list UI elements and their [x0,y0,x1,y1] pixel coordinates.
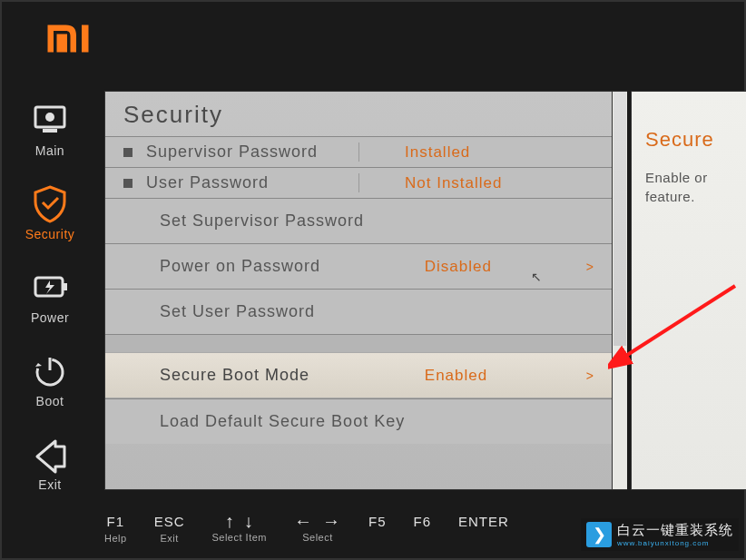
battery-icon [30,267,70,307]
row-spacer [105,334,612,352]
sidebar-item-exit[interactable]: Exit [30,434,70,492]
label-power-on-password: Power on Password [160,257,425,276]
exit-icon [30,434,70,474]
sidebar-item-power[interactable]: Power [30,267,70,325]
sidebar-label-main: Main [35,143,64,158]
sidebar-item-boot[interactable]: Boot [30,350,70,408]
arrow-down-icon: ↓ [244,514,254,528]
settings-panel: Security Supervisor Password Installed U… [104,91,613,490]
label-set-supervisor-password: Set Supervisor Password [160,211,594,231]
help-panel: Secure Enable or feature. [631,91,746,490]
arrow-up-icon: ↑ [225,514,235,528]
bullet-icon [123,179,133,188]
hint-help: F1 Help [104,514,127,544]
bullet-icon [123,148,133,157]
scrollbar[interactable] [613,91,627,490]
hint-exit: ESC Exit [154,514,185,544]
label-load-default-sbk: Load Default Secure Boot Key [160,412,594,431]
value-user-password: Not Installed [405,174,541,192]
chevron-right-icon: > [586,368,594,383]
value-power-on-password: Disabled [425,258,561,276]
svg-rect-2 [43,129,57,133]
label-secure-boot-mode: Secure Boot Mode [160,366,425,385]
row-user-password-status: User Password Not Installed [105,167,612,198]
sidebar-label-boot: Boot [36,394,64,408]
svg-rect-4 [64,283,67,290]
sidebar-label-power: Power [31,310,69,325]
monitor-icon [30,100,70,140]
watermark-bird-icon: ❯ [586,522,612,547]
sidebar-label-exit: Exit [38,477,61,492]
sidebar-item-main[interactable]: Main [30,100,70,158]
label-set-user-password: Set User Password [160,302,594,321]
hint-select: ←→ Select [294,514,341,543]
scrollbar-thumb[interactable] [613,92,626,346]
arrow-right-icon: → [322,514,341,528]
arrow-left-icon: ← [294,514,313,528]
value-secure-boot-mode: Enabled [425,367,561,385]
hint-f6: F6 [414,514,432,533]
watermark-url: www.baiyunxitong.com [617,539,733,547]
chevron-right-icon: > [586,260,594,274]
page-title: Security [105,92,612,136]
shield-icon [30,183,70,223]
watermark: ❯ 白云一键重装系统 www.baiyunxitong.com [581,518,739,551]
bios-sidebar: Main Security Power Boot Exit [5,100,95,517]
label-user-password: User Password [146,173,349,192]
svg-point-1 [45,113,54,122]
sidebar-item-security[interactable]: Security [25,183,75,241]
row-load-default-secure-boot-key[interactable]: Load Default Secure Boot Key [105,398,612,444]
row-power-on-password[interactable]: Power on Password Disabled > [105,243,612,289]
value-supervisor-password: Installed [405,143,541,162]
hint-f5: F5 [368,514,387,533]
help-title: Secure [645,128,734,152]
help-body: Enable or feature. [645,168,734,206]
watermark-text: 白云一键重装系统 [617,522,733,539]
row-set-supervisor-password[interactable]: Set Supervisor Password [105,198,612,243]
row-set-user-password[interactable]: Set User Password [105,289,612,334]
hint-select-item: ↑↓ Select Item [211,514,267,543]
row-secure-boot-mode[interactable]: Secure Boot Mode Enabled > [105,352,612,398]
label-supervisor-password: Supervisor Password [146,142,349,162]
row-supervisor-password-status: Supervisor Password Installed [105,136,612,167]
sidebar-label-security: Security [25,227,75,241]
power-cycle-icon [30,350,70,390]
mi-logo [45,23,91,54]
hint-enter: ENTER [458,514,509,533]
settings-list: Supervisor Password Installed User Passw… [105,136,612,444]
